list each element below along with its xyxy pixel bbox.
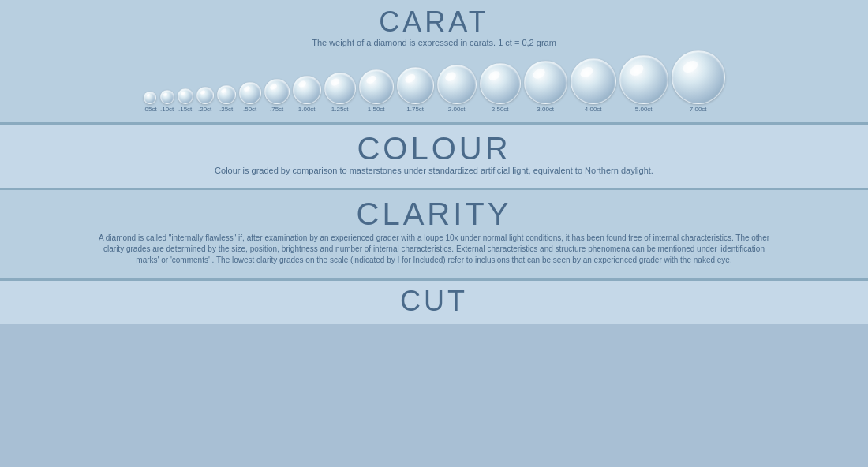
carat-label: 2.00ct: [448, 106, 466, 113]
carat-diamond-item: .05ct: [143, 92, 156, 113]
carat-label: .25ct: [219, 106, 233, 113]
carat-diamond-item: .25ct: [217, 85, 236, 113]
carat-diamond-item: 2.00ct: [437, 65, 477, 113]
carat-label: 7.00ct: [690, 106, 707, 113]
cut-section: CUT: [0, 281, 868, 325]
carat-label: 3.00ct: [537, 106, 554, 113]
carat-diamond-item: 1.00ct: [293, 76, 321, 113]
carat-diamond-item: .15ct: [178, 88, 193, 113]
carat-diamond-item: 1.25ct: [324, 73, 356, 113]
carat-diamond-item: .20ct: [196, 87, 214, 113]
clarity-title: CLARITY: [16, 196, 852, 231]
carat-diamond-item: 3.00ct: [524, 61, 567, 113]
carat-diamond-item: 4.00ct: [571, 58, 616, 113]
carat-label: 1.00ct: [298, 106, 316, 113]
carat-label: 2.50ct: [492, 106, 509, 113]
colour-section: COLOUR Colour is graded by comparison to…: [0, 125, 868, 188]
carat-title: CARAT: [16, 6, 852, 38]
carat-diamond-item: 2.50ct: [480, 63, 521, 113]
carat-diamond-item: 5.00ct: [619, 55, 668, 113]
carat-label: .20ct: [198, 106, 211, 113]
clarity-section: CLARITY A diamond is called "internally …: [0, 190, 868, 278]
carat-section: CARAT The weight of a diamond is express…: [0, 0, 868, 122]
colour-subtitle: Colour is graded by comparison to master…: [16, 166, 852, 175]
carat-diamonds-row: .05ct.10ct.15ct.20ct.25ct.50ct.75ct1.00c…: [16, 50, 852, 113]
carat-diamond-item: .50ct: [239, 82, 261, 113]
carat-subtitle: The weight of a diamond is expressed in …: [16, 38, 852, 47]
carat-label: .05ct: [143, 106, 156, 113]
carat-label: .15ct: [178, 106, 192, 113]
carat-label: 1.75ct: [406, 106, 424, 113]
clarity-text: A diamond is called "internally flawless…: [95, 233, 773, 266]
carat-label: .10ct: [160, 106, 174, 113]
carat-label: 5.00ct: [635, 106, 653, 113]
carat-label: 1.25ct: [331, 106, 349, 113]
carat-label: .50ct: [243, 106, 256, 113]
colour-title: COLOUR: [16, 131, 852, 166]
carat-diamond-item: .10ct: [160, 90, 174, 113]
carat-label: 1.50ct: [368, 106, 385, 113]
carat-diamond-item: 1.75ct: [397, 67, 434, 113]
carat-diamond-item: .75ct: [264, 79, 290, 113]
carat-label: .75ct: [270, 106, 283, 113]
carat-label: 4.00ct: [585, 106, 602, 113]
carat-diamond-item: 7.00ct: [672, 50, 725, 113]
carat-diamond-item: 1.50ct: [359, 69, 394, 113]
cut-title: CUT: [16, 286, 852, 317]
